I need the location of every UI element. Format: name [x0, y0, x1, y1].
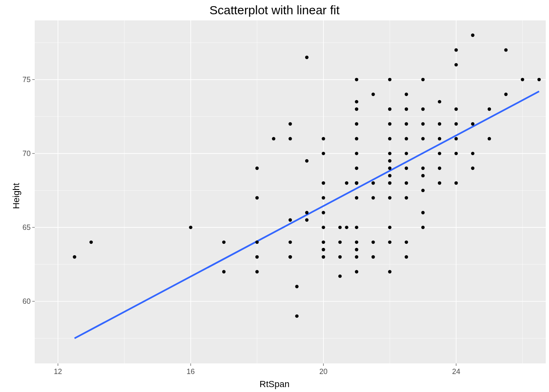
- data-point: [421, 137, 424, 140]
- data-point: [454, 152, 458, 155]
- data-point: [338, 226, 341, 229]
- data-point: [288, 241, 292, 244]
- data-point: [388, 167, 391, 170]
- data-point: [454, 181, 458, 185]
- x-tick-label: 16: [187, 368, 195, 376]
- data-point: [421, 174, 424, 177]
- data-point: [454, 63, 458, 66]
- data-point: [405, 137, 408, 140]
- data-point: [355, 196, 358, 199]
- data-point: [471, 152, 474, 155]
- data-point: [454, 107, 458, 111]
- data-point: [405, 255, 408, 258]
- chart-svg: 12162024 60657075: [0, 0, 549, 392]
- data-point: [355, 226, 358, 229]
- data-point: [355, 122, 358, 125]
- data-point: [421, 78, 424, 81]
- data-point: [388, 241, 391, 244]
- data-point: [355, 270, 358, 273]
- data-point: [89, 241, 93, 244]
- data-point: [255, 196, 259, 199]
- data-point: [355, 152, 358, 155]
- data-point: [405, 122, 408, 125]
- x-tick-label: 12: [54, 368, 62, 376]
- data-point: [338, 241, 341, 244]
- data-point: [272, 137, 275, 140]
- data-point: [471, 167, 474, 170]
- data-point: [322, 248, 325, 251]
- data-point: [322, 181, 325, 185]
- data-point: [454, 48, 458, 51]
- chart-container: Scatterplot with linear fit Height RtSpa…: [0, 0, 549, 392]
- data-point: [388, 137, 391, 140]
- data-point: [255, 255, 259, 258]
- data-point: [405, 196, 408, 199]
- data-point: [189, 226, 192, 229]
- y-tick-label: 70: [22, 149, 31, 158]
- data-point: [305, 159, 308, 163]
- data-point: [438, 152, 441, 155]
- data-point: [421, 189, 424, 192]
- y-tick-label: 60: [22, 297, 31, 305]
- data-point: [355, 181, 358, 185]
- data-point: [454, 137, 458, 140]
- data-point: [288, 255, 292, 258]
- data-point: [388, 181, 391, 185]
- data-point: [405, 107, 408, 111]
- data-point: [521, 78, 524, 81]
- data-point: [345, 226, 348, 229]
- data-point: [405, 167, 408, 170]
- data-point: [338, 274, 341, 278]
- data-point: [504, 48, 507, 51]
- data-point: [255, 167, 259, 170]
- data-point: [355, 107, 358, 111]
- data-point: [388, 152, 391, 155]
- data-point: [421, 226, 424, 229]
- data-point: [405, 241, 408, 244]
- data-point: [255, 241, 259, 244]
- data-point: [421, 122, 424, 125]
- data-point: [322, 152, 325, 155]
- data-point: [388, 196, 391, 199]
- data-point: [438, 137, 441, 140]
- y-tick-label: 65: [22, 223, 31, 232]
- data-point: [322, 211, 325, 214]
- data-point: [438, 181, 441, 185]
- data-point: [388, 226, 391, 229]
- data-point: [305, 56, 308, 59]
- data-point: [371, 196, 375, 199]
- data-point: [388, 270, 391, 273]
- data-point: [295, 314, 299, 318]
- data-point: [438, 122, 441, 125]
- data-point: [355, 78, 358, 81]
- x-tick-label: 24: [452, 368, 460, 376]
- data-point: [73, 255, 76, 258]
- data-point: [305, 211, 308, 214]
- data-point: [371, 93, 375, 96]
- plot-panel: [35, 20, 546, 363]
- data-point: [288, 122, 292, 125]
- data-point: [388, 122, 391, 125]
- data-point: [355, 100, 358, 103]
- data-point: [504, 93, 507, 96]
- data-point: [388, 159, 391, 163]
- data-point: [405, 93, 408, 96]
- data-point: [295, 285, 299, 288]
- data-point: [405, 181, 408, 185]
- data-point: [371, 255, 375, 258]
- data-point: [355, 137, 358, 140]
- data-point: [305, 218, 308, 222]
- data-point: [371, 241, 375, 244]
- y-tick-label: 75: [22, 76, 31, 84]
- data-point: [421, 211, 424, 214]
- data-point: [355, 241, 358, 244]
- data-point: [322, 241, 325, 244]
- data-point: [222, 270, 225, 273]
- data-point: [471, 33, 474, 37]
- data-point: [322, 196, 325, 199]
- data-point: [438, 167, 441, 170]
- data-point: [454, 122, 458, 125]
- data-point: [421, 167, 424, 170]
- data-point: [388, 174, 391, 177]
- data-point: [421, 107, 424, 111]
